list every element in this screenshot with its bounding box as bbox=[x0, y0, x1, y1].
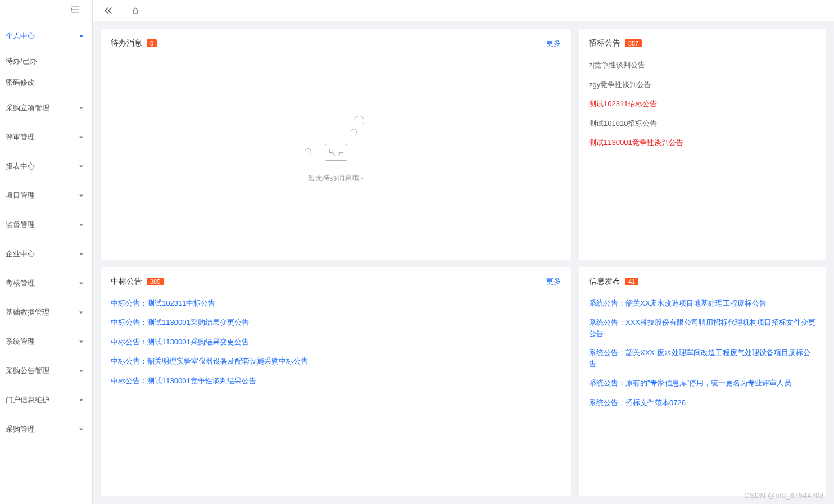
menu-collapse-icon[interactable] bbox=[71, 6, 79, 15]
card-zhongbiao: 中标公告 385 更多 中标公告：测试102311中标公告中标公告：测试1130… bbox=[101, 267, 571, 497]
menu-item[interactable]: 系统管理▼ bbox=[0, 327, 92, 356]
watermark-text: CSDN @m0_67544708 bbox=[744, 491, 824, 500]
caret-down-icon: ▼ bbox=[78, 339, 84, 344]
caret-down-icon: ▼ bbox=[78, 34, 84, 38]
list-item[interactable]: 中标公告：测试1130001竞争性谈判结果公告 bbox=[111, 375, 561, 387]
menu-item[interactable]: 企业中心▼ bbox=[0, 239, 92, 269]
content-grid: 待办消息 0 更多 暂无待办消息哦~ bbox=[93, 21, 834, 504]
empty-illustration-icon bbox=[302, 116, 370, 161]
caret-down-icon: ▼ bbox=[78, 398, 84, 402]
more-link[interactable]: 更多 bbox=[546, 38, 561, 48]
list: 中标公告：测试102311中标公告中标公告：测试1130001采购结果变更公告中… bbox=[111, 298, 561, 387]
list-item[interactable]: 中标公告：测试1130001采购结果变更公告 bbox=[111, 317, 561, 328]
card-header: 待办消息 0 更多 bbox=[111, 38, 561, 48]
caret-down-icon: ▼ bbox=[78, 281, 84, 285]
sidebar: 个人中心▼待办/已办密码修改采购立项管理▼评审管理▼报表中心▼项目管理▼监督管理… bbox=[0, 0, 93, 504]
menu-item-label: 考核管理 bbox=[6, 278, 35, 288]
list: zj竞争性谈判公告zgy竞争性谈判公告测试102311招标公告测试101010招… bbox=[589, 60, 816, 148]
menu-item[interactable]: 采购管理▼ bbox=[0, 415, 92, 444]
menu-item-label: 基础数据管理 bbox=[6, 307, 49, 317]
list-item[interactable]: 系统公告：招标文件范本0726 bbox=[589, 397, 816, 408]
menu-item-label: 系统管理 bbox=[6, 337, 35, 347]
list-item[interactable]: 系统公告：XXX科技股份有限公司聘用招标代理机构项目招标文件变更公告 bbox=[589, 317, 816, 339]
menu-item[interactable]: 考核管理▼ bbox=[0, 269, 92, 298]
list: 系统公告：韶关XX废水改造项目地基处理工程废标公告系统公告：XXX科技股份有限公… bbox=[589, 298, 816, 408]
badge: 0 bbox=[147, 39, 157, 47]
card-zhaobiao: 招标公告 857 zj竞争性谈判公告zgy竞争性谈判公告测试102311招标公告… bbox=[579, 29, 826, 260]
menu-item[interactable]: 项目管理▼ bbox=[0, 181, 92, 210]
list-item[interactable]: 系统公告：原有的"专家信息库"停用，统一更名为专业评审人员 bbox=[589, 378, 816, 389]
card-title: 待办消息 bbox=[111, 38, 142, 48]
menu-item[interactable]: 门户信息维护▼ bbox=[0, 385, 92, 415]
home-icon[interactable] bbox=[127, 2, 144, 19]
more-link[interactable]: 更多 bbox=[546, 276, 561, 287]
caret-down-icon: ▼ bbox=[78, 223, 84, 227]
badge: 857 bbox=[625, 39, 642, 47]
caret-down-icon: ▼ bbox=[78, 310, 84, 315]
card-header: 中标公告 385 更多 bbox=[111, 276, 561, 287]
list-item[interactable]: zgy竞争性谈判公告 bbox=[589, 79, 816, 90]
empty-state: 暂无待办消息哦~ bbox=[111, 60, 561, 251]
menu-item-label: 个人中心 bbox=[6, 31, 35, 41]
list-item[interactable]: 测试101010招标公告 bbox=[589, 118, 816, 129]
caret-down-icon: ▼ bbox=[78, 135, 84, 139]
list-item[interactable]: 中标公告：测试1130001采购结果变更公告 bbox=[111, 337, 561, 348]
menu-item-label: 监督管理 bbox=[6, 220, 35, 230]
caret-down-icon: ▼ bbox=[78, 106, 84, 110]
empty-text: 暂无待办消息哦~ bbox=[308, 173, 364, 183]
menu-item-label: 评审管理 bbox=[6, 132, 35, 142]
caret-down-icon: ▼ bbox=[78, 427, 84, 432]
card-xinxi: 信息发布 41 系统公告：韶关XX废水改造项目地基处理工程废标公告系统公告：XX… bbox=[579, 267, 826, 497]
caret-down-icon: ▼ bbox=[78, 252, 84, 256]
list-item[interactable]: 中标公告：测试102311中标公告 bbox=[111, 298, 561, 309]
submenu-item[interactable]: 待办/已办 bbox=[0, 51, 92, 72]
main-area: 待办消息 0 更多 暂无待办消息哦~ bbox=[93, 0, 834, 504]
menu-item-label: 报表中心 bbox=[6, 161, 35, 171]
menu-item[interactable]: 基础数据管理▼ bbox=[0, 298, 92, 327]
menu-item-label: 采购立项管理 bbox=[6, 103, 49, 113]
menu-item-label: 采购公告管理 bbox=[6, 366, 49, 376]
card-title: 信息发布 bbox=[589, 276, 620, 287]
card-header: 信息发布 41 bbox=[589, 276, 816, 287]
card-title: 招标公告 bbox=[589, 38, 620, 48]
list-item[interactable]: 测试102311招标公告 bbox=[589, 98, 816, 110]
card-todo: 待办消息 0 更多 暂无待办消息哦~ bbox=[101, 29, 571, 260]
menu-item[interactable]: 评审管理▼ bbox=[0, 122, 92, 152]
menu-item-label: 企业中心 bbox=[6, 249, 35, 259]
nav-back-icon[interactable] bbox=[100, 2, 117, 19]
badge: 41 bbox=[625, 278, 638, 285]
caret-down-icon: ▼ bbox=[78, 193, 84, 198]
card-header: 招标公告 857 bbox=[589, 38, 816, 48]
menu-item-label: 门户信息维护 bbox=[6, 395, 49, 405]
submenu-item[interactable]: 密码修改 bbox=[0, 72, 92, 93]
menu-item[interactable]: 报表中心▼ bbox=[0, 152, 92, 181]
sidebar-menu: 个人中心▼待办/已办密码修改采购立项管理▼评审管理▼报表中心▼项目管理▼监督管理… bbox=[0, 21, 92, 504]
badge: 385 bbox=[147, 278, 164, 285]
caret-down-icon: ▼ bbox=[78, 369, 84, 373]
menu-item[interactable]: 监督管理▼ bbox=[0, 210, 92, 239]
menu-item-label: 项目管理 bbox=[6, 190, 35, 201]
topbar bbox=[93, 0, 834, 21]
list-item[interactable]: 中标公告：韶关明理实验室仪器设备及配套设施采购中标公告 bbox=[111, 356, 561, 367]
menu-item[interactable]: 采购立项管理▼ bbox=[0, 93, 92, 122]
list-item[interactable]: 测试1130001竞争性谈判公告 bbox=[589, 137, 816, 148]
caret-down-icon: ▼ bbox=[78, 164, 84, 169]
menu-item[interactable]: 个人中心▼ bbox=[0, 21, 92, 51]
list-item[interactable]: 系统公告：韶关XX废水改造项目地基处理工程废标公告 bbox=[589, 298, 816, 309]
menu-item-label: 采购管理 bbox=[6, 424, 35, 434]
card-title: 中标公告 bbox=[111, 276, 142, 287]
list-item[interactable]: 系统公告：韶关XXX-废水处理车间改造工程废气处理设备项目废标公告 bbox=[589, 347, 816, 369]
sidebar-header bbox=[0, 0, 92, 21]
list-item[interactable]: zj竞争性谈判公告 bbox=[589, 60, 816, 71]
menu-item[interactable]: 采购公告管理▼ bbox=[0, 356, 92, 385]
